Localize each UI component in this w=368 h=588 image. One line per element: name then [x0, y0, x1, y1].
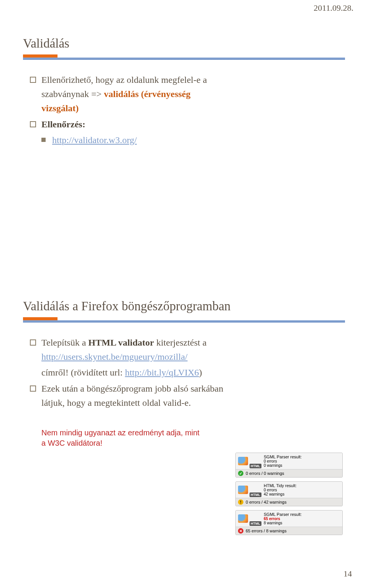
- html-label: HTML: [250, 521, 261, 526]
- engine-name: SGML Parser result:: [264, 512, 340, 517]
- firefox-icon: [238, 514, 248, 523]
- continuation-line: címről! (rövidített url: http://bit.ly/q…: [30, 366, 345, 380]
- warnings-count: 0 warnings: [264, 463, 282, 468]
- text: Ellenőrizhető, hogy az oldalunk megfelel…: [41, 75, 207, 85]
- errors-count: 65 errors: [264, 517, 280, 521]
- accent-text: validálás (érvényesség: [104, 89, 191, 99]
- error-icon: ✕: [238, 528, 243, 534]
- firefox-icon: [238, 486, 248, 494]
- validator-badge: HTML HTML Tidy result: 0 errors 42 warni…: [235, 481, 343, 506]
- page-number: 14: [343, 569, 352, 579]
- text: címről! (rövidített url:: [41, 367, 125, 377]
- slide2-title: Validálás a Firefox böngészőprogramban: [23, 299, 345, 313]
- sub-bullet: http://validator.w3.org/: [30, 133, 345, 147]
- status-text: 0 errors / 0 warnings: [246, 471, 284, 476]
- short-link[interactable]: http://bit.ly/qLVIX6: [125, 367, 199, 377]
- html-label: HTML: [250, 492, 261, 497]
- validator-badge: HTML SGML Parser result: 0 errors 0 warn…: [235, 453, 343, 478]
- title-rule: [23, 317, 345, 323]
- bullet-item: Ezek után a böngészőprogram jobb alsó sa…: [30, 382, 345, 410]
- badge-status: ✓ 0 errors / 0 warnings: [236, 469, 342, 477]
- text: Telepítsük a: [41, 338, 88, 348]
- bullet-item: Telepítsük a HTML validator kiterjesztés…: [30, 336, 345, 364]
- badge-status: ✕ 65 errors / 8 warnings: [236, 527, 342, 535]
- bold-text: Ellenőrzés:: [41, 119, 85, 129]
- blue-bar: [23, 320, 345, 323]
- bold-text: HTML validator: [88, 338, 154, 348]
- status-text: 65 errors / 8 warnings: [246, 529, 286, 533]
- warnings-count: 42 warnings: [264, 492, 284, 496]
- errors-count: 0 errors: [264, 488, 277, 492]
- badge-top: HTML SGML Parser result: 65 errors 8 war…: [236, 511, 342, 527]
- extension-link[interactable]: http://users.skynet.be/mgueury/mozilla/: [41, 352, 187, 362]
- validator-badge: HTML SGML Parser result: 65 errors 8 war…: [235, 510, 343, 535]
- bullet-item: Ellenőrzés:: [30, 117, 345, 132]
- blue-bar: [23, 58, 345, 60]
- warnings-count: 8 warnings: [264, 521, 282, 525]
- accent-text: vizsgálat): [41, 103, 79, 113]
- text: kiterjesztést a: [154, 338, 207, 348]
- page-date: 2011.09.28.: [314, 3, 353, 13]
- html-label: HTML: [250, 464, 261, 468]
- text: látjuk, hogy a megtekintett oldal valid-…: [41, 398, 191, 408]
- engine-name: HTML Tidy result:: [264, 483, 340, 488]
- status-text: 0 errors / 42 warnings: [246, 500, 286, 504]
- text: szabványnak =>: [41, 89, 104, 99]
- slide1-content: Ellenőrizhető, hogy az oldalunk megfelel…: [23, 73, 345, 147]
- badge-top: HTML SGML Parser result: 0 errors 0 warn…: [236, 453, 342, 469]
- slide2-content: Telepítsük a HTML validator kiterjesztés…: [23, 336, 345, 448]
- title-rule: [23, 54, 345, 60]
- slide-validalas: Validálás Ellenőrizhető, hogy az oldalun…: [23, 36, 345, 175]
- warning-note: Nem mindig ugyanazt az eredményt adja, m…: [30, 428, 206, 448]
- validator-link[interactable]: http://validator.w3.org/: [52, 135, 137, 145]
- engine-name: SGML Parser result:: [264, 455, 340, 459]
- errors-count: 0 errors: [264, 459, 277, 463]
- badge-top: HTML HTML Tidy result: 0 errors 42 warni…: [236, 482, 342, 498]
- slide-firefox-validalas: Validálás a Firefox böngészőprogramban T…: [23, 299, 345, 537]
- check-icon: ✓: [238, 471, 243, 476]
- badge-status: ! 0 errors / 42 warnings: [236, 498, 342, 506]
- text: ): [199, 367, 202, 377]
- validator-badges: HTML SGML Parser result: 0 errors 0 warn…: [235, 453, 343, 539]
- page: 2011.09.28. Validálás Ellenőrizhető, hog…: [0, 0, 368, 588]
- warning-icon: !: [238, 499, 243, 505]
- text: a W3C validátora!: [41, 439, 102, 447]
- bullet-item: Ellenőrizhető, hogy az oldalunk megfelel…: [30, 73, 345, 116]
- firefox-icon: [238, 457, 248, 465]
- text: Ezek után a böngészőprogram jobb alsó sa…: [41, 384, 223, 394]
- text: Nem mindig ugyanazt az eredményt adja, m…: [41, 428, 199, 437]
- slide1-title: Validálás: [23, 36, 345, 51]
